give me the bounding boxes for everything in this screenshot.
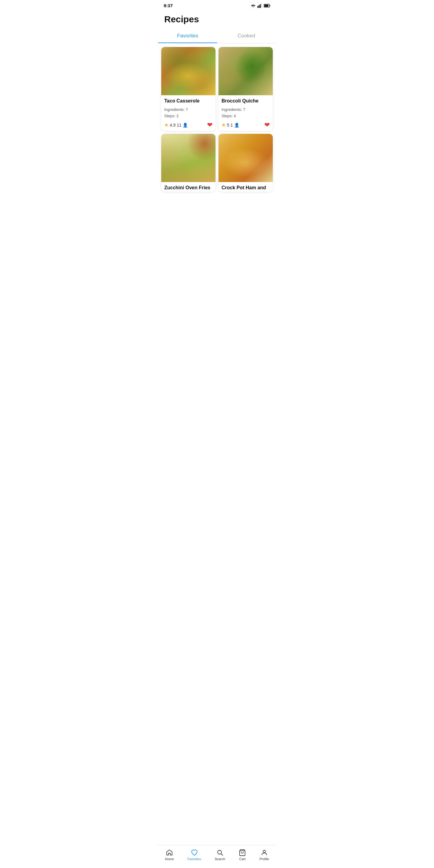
rating-value-2: 5: [227, 123, 229, 127]
tab-favorites[interactable]: Favorites: [158, 29, 217, 43]
recipe-meta-broccoli-quiche: Ingredients: 7 Steps: 4: [221, 107, 270, 119]
recipe-body-crockpot: Crock Pot Ham and: [218, 182, 273, 192]
ingredients-label-2: Ingredients: 7: [221, 107, 245, 112]
recipe-meta-taco-casserole: Ingredients: 7 Steps: 2: [164, 107, 213, 119]
svg-rect-0: [257, 6, 258, 8]
tab-bar: Favorites Cooked: [158, 29, 276, 43]
svg-rect-2: [260, 4, 261, 8]
recipe-body-zucchini: Zucchini Oven Fries: [161, 182, 216, 192]
person-icon-2: 👤: [234, 123, 239, 127]
signal-icon: [257, 4, 262, 8]
favorite-btn-broccoli-quiche[interactable]: ❤: [264, 122, 270, 128]
status-icons: [250, 4, 270, 8]
steps-label-2: Steps: 4: [221, 114, 236, 118]
status-bar: 9:37: [158, 0, 276, 9]
recipe-footer-broccoli-quiche: ★ 5 1 👤 ❤: [221, 122, 270, 128]
header: Recipes: [158, 9, 276, 27]
recipe-name-crockpot: Crock Pot Ham and: [221, 185, 270, 190]
svg-rect-3: [261, 4, 262, 8]
recipe-body-broccoli-quiche: Broccoli Quiche Ingredients: 7 Steps: 4 …: [218, 95, 273, 131]
recipe-image-crockpot: [218, 134, 273, 182]
recipe-rating-taco-casserole: ★ 4.9 11 👤: [164, 122, 188, 128]
recipe-card-crockpot[interactable]: Crock Pot Ham and: [218, 134, 273, 192]
star-icon-2: ★: [221, 122, 226, 128]
recipe-body-taco-casserole: Taco Casserole Ingredients: 7 Steps: 2 ★…: [161, 95, 216, 131]
recipe-footer-taco-casserole: ★ 4.9 11 👤 ❤: [164, 122, 213, 128]
svg-rect-5: [264, 4, 269, 7]
recipe-name-zucchini: Zucchini Oven Fries: [164, 185, 213, 190]
rating-count-2: 1: [230, 123, 233, 127]
recipe-image-broccoli-quiche: [218, 47, 273, 95]
recipe-image-taco-casserole: [161, 47, 216, 95]
person-icon: 👤: [183, 123, 188, 127]
recipe-grid: Taco Casserole Ingredients: 7 Steps: 2 ★…: [158, 43, 276, 216]
recipe-rating-broccoli-quiche: ★ 5 1 👤: [221, 122, 239, 128]
steps-label: Steps: 2: [164, 114, 179, 118]
battery-icon: [264, 4, 270, 7]
rating-count: 11: [177, 123, 181, 127]
wifi-icon: [250, 4, 256, 8]
favorite-btn-taco-casserole[interactable]: ❤: [207, 122, 213, 128]
svg-rect-1: [258, 5, 259, 8]
recipe-card-taco-casserole[interactable]: Taco Casserole Ingredients: 7 Steps: 2 ★…: [161, 47, 216, 131]
status-time: 9:37: [164, 3, 173, 8]
recipe-name-broccoli-quiche: Broccoli Quiche: [221, 98, 270, 104]
star-icon: ★: [164, 122, 168, 128]
ingredients-label: Ingredients: 7: [164, 107, 188, 112]
page-title: Recipes: [164, 14, 270, 24]
recipe-card-zucchini[interactable]: Zucchini Oven Fries: [161, 134, 216, 192]
recipe-image-zucchini: [161, 134, 216, 182]
recipe-name-taco-casserole: Taco Casserole: [164, 98, 213, 104]
tab-cooked[interactable]: Cooked: [217, 29, 276, 43]
recipe-card-broccoli-quiche[interactable]: Broccoli Quiche Ingredients: 7 Steps: 4 …: [218, 47, 273, 131]
rating-value: 4.9: [170, 123, 176, 127]
